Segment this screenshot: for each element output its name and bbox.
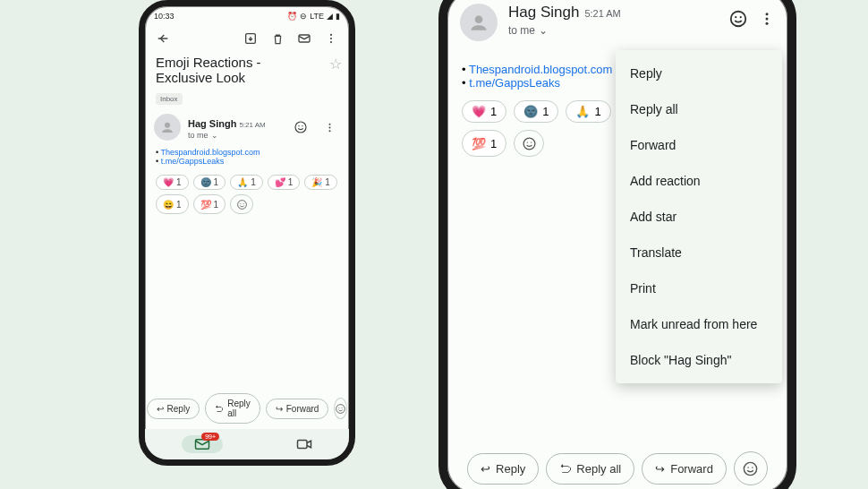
signal-icon: ◢ <box>327 12 333 21</box>
message-more-button[interactable] <box>759 11 775 27</box>
nav-meet[interactable] <box>296 438 312 450</box>
svg-point-20 <box>475 15 483 23</box>
reaction-chip[interactable]: 🌚1 <box>514 100 558 123</box>
reply-all-button[interactable]: ⮌Reply all <box>205 393 260 424</box>
phone-right: Hag Singh5:21 AM to me⌄ • Thespandroid.b… <box>438 0 796 489</box>
inbox-label[interactable]: Inbox <box>156 93 183 105</box>
bottom-actions: ↩Reply ⮌Reply all ↪Forward <box>447 451 787 485</box>
menu-mark-unread[interactable]: Mark unread from here <box>616 306 782 342</box>
message-body: • Thespandroid.blogspot.com • t.me/Gapps… <box>145 142 349 171</box>
smile-icon <box>728 9 748 29</box>
svg-point-6 <box>295 122 306 133</box>
menu-print[interactable]: Print <box>616 270 782 306</box>
body-link-2[interactable]: t.me/GappsLeaks <box>469 76 560 90</box>
smile-plus-icon <box>236 199 248 210</box>
svg-point-31 <box>748 467 750 468</box>
svg-point-29 <box>531 142 532 142</box>
bottom-nav: 99+ <box>145 429 349 459</box>
reply-all-button[interactable]: ⮌Reply all <box>546 453 634 485</box>
menu-forward[interactable]: Forward <box>616 127 782 163</box>
avatar[interactable] <box>460 4 498 41</box>
svg-point-23 <box>740 16 742 18</box>
nav-mail[interactable]: 99+ <box>182 435 223 453</box>
forward-icon: ↪ <box>276 404 283 414</box>
svg-point-14 <box>243 202 243 203</box>
trash-icon <box>271 32 285 46</box>
menu-block[interactable]: Block "Hag Singh" <box>616 342 782 378</box>
reaction-chip[interactable]: 💗1 <box>462 100 506 123</box>
svg-point-24 <box>766 13 769 15</box>
react-button[interactable] <box>290 116 311 138</box>
reaction-chip[interactable]: 😄1 <box>156 194 189 214</box>
add-reaction-bottom[interactable] <box>334 398 347 419</box>
react-button[interactable] <box>728 9 748 29</box>
menu-add-reaction[interactable]: Add reaction <box>616 163 782 199</box>
reply-all-icon: ⮌ <box>215 404 224 414</box>
svg-point-30 <box>745 462 757 475</box>
message-header: Hag Singh5:21 AM to me⌄ <box>145 110 349 142</box>
video-icon <box>296 438 312 450</box>
smile-icon <box>742 460 759 477</box>
add-reaction-button[interactable] <box>230 194 253 214</box>
body-link-2[interactable]: t.me/GappsLeaks <box>161 157 225 166</box>
archive-button[interactable] <box>240 28 261 49</box>
svg-point-32 <box>752 467 753 468</box>
arrow-left-icon <box>156 31 170 46</box>
svg-point-2 <box>330 34 332 36</box>
email-subject: Emoji Reactions - Exclusive Look <box>145 53 324 89</box>
body-link-1[interactable]: Thespandroid.blogspot.com <box>161 148 260 157</box>
smile-icon <box>335 403 346 415</box>
svg-rect-19 <box>298 441 308 449</box>
svg-point-9 <box>328 123 330 124</box>
menu-translate[interactable]: Translate <box>616 235 782 270</box>
reaction-chip[interactable]: 🙏1 <box>230 175 263 190</box>
smile-icon <box>294 120 308 134</box>
reply-icon: ↩ <box>481 462 490 476</box>
dnd-icon: ⊖ <box>300 12 307 21</box>
more-button[interactable] <box>320 28 342 49</box>
more-vert-icon <box>324 122 336 133</box>
to-label: to me <box>188 131 208 140</box>
timestamp: 5:21 AM <box>239 121 265 129</box>
svg-point-16 <box>339 407 340 408</box>
battery-icon: ▮ <box>336 12 340 21</box>
reactions-row: 💗1 🌚1 🙏1 💕1 🎉1 😄1 💯1 <box>145 171 349 218</box>
reply-button[interactable]: ↩Reply <box>467 453 539 485</box>
to-label: to me <box>508 24 535 37</box>
reaction-chip[interactable]: 🙏1 <box>566 100 610 123</box>
avatar[interactable] <box>154 114 181 141</box>
reaction-chip[interactable]: 💯1 <box>193 194 226 214</box>
person-icon <box>467 11 490 34</box>
status-right: ⏰ ⊖ LTE ◢ ▮ <box>287 12 340 21</box>
recipients-expand[interactable]: to me⌄ <box>508 24 621 37</box>
reaction-chip[interactable]: 💕1 <box>268 175 301 190</box>
status-bar: 10:33 ⏰ ⊖ LTE ◢ ▮ <box>145 6 349 22</box>
svg-point-4 <box>330 41 332 43</box>
clock: 10:33 <box>154 12 174 21</box>
reaction-chip[interactable]: 💯1 <box>462 130 506 157</box>
reply-button[interactable]: ↩Reply <box>147 399 200 419</box>
alarm-icon: ⏰ <box>287 12 297 21</box>
more-vert-icon <box>759 11 775 27</box>
body-link-1[interactable]: Thespandroid.blogspot.com <box>469 63 612 76</box>
message-more-button[interactable] <box>319 116 340 138</box>
forward-button[interactable]: ↪Forward <box>642 453 727 485</box>
recipients-expand[interactable]: to me⌄ <box>188 131 283 140</box>
reaction-chip[interactable]: 💗1 <box>156 175 189 190</box>
add-reaction-button[interactable] <box>514 130 544 157</box>
menu-add-star[interactable]: Add star <box>616 199 782 235</box>
message-header: Hag Singh5:21 AM to me⌄ <box>447 0 787 45</box>
star-button[interactable]: ☆ <box>329 53 342 73</box>
delete-button[interactable] <box>267 28 288 49</box>
reaction-chip[interactable]: 🎉1 <box>304 175 337 190</box>
reaction-chip[interactable]: 🌚1 <box>193 175 226 190</box>
svg-point-3 <box>330 38 332 39</box>
menu-reply-all[interactable]: Reply all <box>616 91 782 127</box>
add-reaction-bottom[interactable] <box>734 451 768 485</box>
back-button[interactable] <box>152 28 174 49</box>
forward-button[interactable]: ↪Forward <box>266 399 329 419</box>
svg-point-5 <box>165 123 170 128</box>
mark-unread-button[interactable] <box>294 28 315 49</box>
menu-reply[interactable]: Reply <box>616 56 782 91</box>
more-vert-icon <box>325 32 337 45</box>
